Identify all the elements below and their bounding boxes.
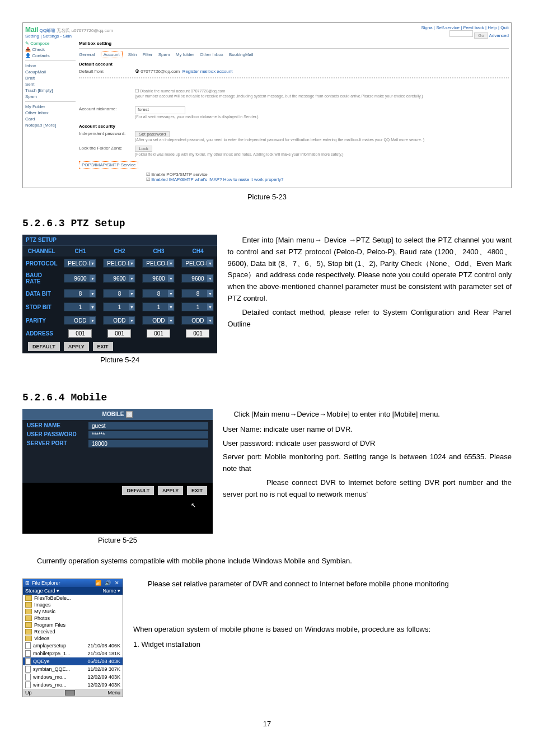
baud-ch1[interactable]: 9600▼ bbox=[64, 274, 96, 283]
qqmail-searchbox[interactable] bbox=[449, 30, 473, 37]
inbox-link[interactable]: Inbox bbox=[25, 63, 76, 68]
mobile-exit-btn[interactable]: EXIT bbox=[187, 486, 207, 495]
mobile-user-pwd-val[interactable]: ****** bbox=[88, 431, 208, 438]
register-mailbox-link[interactable]: Register mailbox account bbox=[182, 69, 233, 74]
ptz-col-ch3: CH3 bbox=[139, 246, 178, 257]
set-password-btn[interactable]: Set password bbox=[135, 131, 170, 137]
notepad-link[interactable]: Notepad [More] bbox=[25, 123, 76, 128]
ptz-default-btn[interactable]: DEFAULT bbox=[28, 342, 60, 351]
qqmail-advanced[interactable]: Advanced bbox=[489, 33, 509, 38]
parity-ch1[interactable]: ODD▼ bbox=[64, 316, 96, 325]
disable-account-note: (your number account will be not able to… bbox=[135, 94, 423, 98]
stopbit-ch1[interactable]: 1▼ bbox=[64, 302, 96, 311]
address-ch3[interactable]: 001 bbox=[147, 329, 170, 338]
right-para-2: When operation system of mobile phone is… bbox=[133, 624, 512, 636]
otherinbox-link[interactable]: Other Inbox bbox=[25, 110, 76, 115]
mobile-server-port-val[interactable]: 18000 bbox=[88, 440, 208, 447]
fe-item-mobiletp2p5_1-[interactable]: mobiletp2p5_1...21/10/08 181K bbox=[23, 650, 123, 657]
baud-ch3[interactable]: 9600▼ bbox=[142, 274, 175, 283]
tab-otherinbox[interactable]: Other Inbox bbox=[200, 52, 223, 57]
protocol-ch2[interactable]: PELCO-D▼ bbox=[103, 259, 135, 268]
fe-item-program-files[interactable]: Program Files bbox=[23, 622, 123, 628]
protocol-ch1[interactable]: PELCO-D▼ bbox=[64, 259, 96, 268]
lock-btn[interactable]: Lock bbox=[135, 146, 152, 152]
fe-item-windows_mo-[interactable]: windows_mo...12/02/09 403K bbox=[23, 681, 123, 689]
fe-item-received[interactable]: Received bbox=[23, 628, 123, 635]
protocol-ch3[interactable]: PELCO-D▼ bbox=[142, 259, 175, 268]
keyboard-icon[interactable] bbox=[65, 690, 75, 696]
fe-item-windows_mo-[interactable]: windows_mo...12/02/09 403K bbox=[23, 673, 123, 681]
fe-item-videos[interactable]: Videos bbox=[23, 635, 123, 642]
enabled-imap-smtp[interactable]: Enabled IMAP/SMTP what's IMAP? How to ma… bbox=[151, 177, 283, 182]
tab-general[interactable]: General bbox=[79, 52, 95, 57]
compat-para: Currently operation systems compatible w… bbox=[22, 556, 512, 567]
compose-link[interactable]: ✎ Compose bbox=[25, 41, 76, 46]
baud-ch2[interactable]: 9600▼ bbox=[103, 274, 135, 283]
fe-up-btn[interactable]: Up bbox=[25, 690, 32, 696]
fe-storage[interactable]: Storage Card bbox=[25, 588, 55, 594]
disable-account-text[interactable]: Disable the numeral account 07077728@qq.… bbox=[140, 89, 225, 93]
fe-item-amplayersetup[interactable]: amplayersetup21/10/08 406K bbox=[23, 642, 123, 650]
databit-ch4[interactable]: 8▼ bbox=[181, 289, 214, 298]
spam-link[interactable]: Spam bbox=[25, 94, 76, 99]
qqmail-go-btn[interactable]: Go bbox=[474, 32, 488, 39]
right-para-3: 1. Widget installation bbox=[133, 639, 512, 651]
mobile-apply-btn[interactable]: APPLY bbox=[158, 486, 183, 495]
myfolder-link[interactable]: My Folder bbox=[25, 104, 76, 109]
fe-item-symbian_qqe-[interactable]: symbian_QQE...11/02/09 307K bbox=[23, 665, 123, 673]
parity-ch2[interactable]: ODD▼ bbox=[103, 316, 135, 325]
databit-ch1[interactable]: 8▼ bbox=[64, 289, 96, 298]
fe-item-photos[interactable]: Photos bbox=[23, 615, 123, 622]
mobile-para-c: User password: indicate user password of… bbox=[223, 438, 512, 450]
stopbit-ch2[interactable]: 1▼ bbox=[103, 302, 135, 311]
mobile-user-name-val[interactable]: guest bbox=[88, 422, 208, 430]
address-ch2[interactable]: 001 bbox=[107, 329, 131, 338]
card-link[interactable]: Card bbox=[25, 116, 76, 122]
fe-name-col[interactable]: Name bbox=[102, 588, 116, 594]
groupmail-link[interactable]: GroupMail bbox=[25, 69, 76, 74]
ptz-col-channel: CHANNEL bbox=[22, 246, 60, 257]
ptz-exit-btn[interactable]: EXIT bbox=[93, 342, 113, 351]
stopbit-ch4[interactable]: 1▼ bbox=[181, 302, 214, 311]
fe-item-qqeye[interactable]: QQEye05/01/08 403K bbox=[23, 657, 123, 665]
start-icon[interactable]: ⊞ bbox=[25, 580, 30, 586]
stopbit-ch3[interactable]: 1▼ bbox=[142, 302, 175, 311]
fe-item-my-music[interactable]: My Music bbox=[23, 608, 123, 615]
mobile-default-btn[interactable]: DEFAULT bbox=[122, 486, 154, 495]
file-explorer: ⊞ File Explorer 📶 🔊 ✕ Storage Card ▾ Nam… bbox=[22, 578, 123, 697]
tab-bookingmail[interactable]: BookingMail bbox=[229, 52, 254, 57]
default-from-value[interactable]: 07077726@qq.com bbox=[140, 69, 180, 74]
file-icon bbox=[25, 666, 31, 673]
fe-menu-btn[interactable]: Menu bbox=[107, 690, 120, 696]
mobile-para-b: User Name: indicate user name of DVR. bbox=[223, 424, 512, 436]
sent-link[interactable]: Sent bbox=[25, 82, 76, 87]
databit-ch2[interactable]: 8▼ bbox=[103, 289, 135, 298]
databit-ch3[interactable]: 8▼ bbox=[142, 289, 175, 298]
tab-myfolder[interactable]: My folder bbox=[176, 52, 194, 57]
qqmail-settings-figure: Mail QQ邮箱 无名氏 u07077726@qq.com Setting |… bbox=[22, 22, 512, 188]
folder-icon bbox=[25, 629, 32, 634]
account-nickname-input[interactable]: forest bbox=[135, 106, 185, 114]
check-link[interactable]: 📥 Check bbox=[25, 47, 76, 52]
parity-ch4[interactable]: ODD▼ bbox=[181, 316, 214, 325]
tab-filter[interactable]: Filter bbox=[143, 52, 153, 57]
draft-link[interactable]: Draft bbox=[25, 76, 76, 81]
ptz-col-ch2: CH2 bbox=[100, 246, 139, 257]
baud-ch4[interactable]: 9600▼ bbox=[181, 274, 214, 283]
tab-skin[interactable]: Skin bbox=[128, 52, 137, 57]
qqmail-top-links[interactable]: Signa | Self-service | Feed back | Help … bbox=[421, 25, 509, 30]
close-icon[interactable]: x bbox=[126, 411, 133, 418]
enable-pop3-smtp[interactable]: Enable POP3/SMTP service bbox=[151, 172, 207, 177]
address-ch4[interactable]: 001 bbox=[186, 329, 209, 338]
ptz-apply-btn[interactable]: APPLY bbox=[64, 342, 89, 351]
fe-item-images[interactable]: Images bbox=[23, 601, 123, 608]
tab-spam[interactable]: Spam bbox=[158, 52, 170, 57]
fe-item-filestobedele-[interactable]: FilesToBeDele... bbox=[23, 595, 123, 601]
parity-ch3[interactable]: ODD▼ bbox=[142, 316, 175, 325]
trash-link[interactable]: Trash [Empty] bbox=[25, 88, 76, 93]
protocol-ch4[interactable]: PELCO-D▼ bbox=[181, 259, 214, 268]
tab-account[interactable]: Account bbox=[101, 51, 123, 58]
contacts-link[interactable]: 👤 Contacts bbox=[25, 53, 76, 58]
caption-5-23: Picture 5-23 bbox=[22, 193, 512, 201]
address-ch1[interactable]: 001 bbox=[68, 329, 92, 338]
